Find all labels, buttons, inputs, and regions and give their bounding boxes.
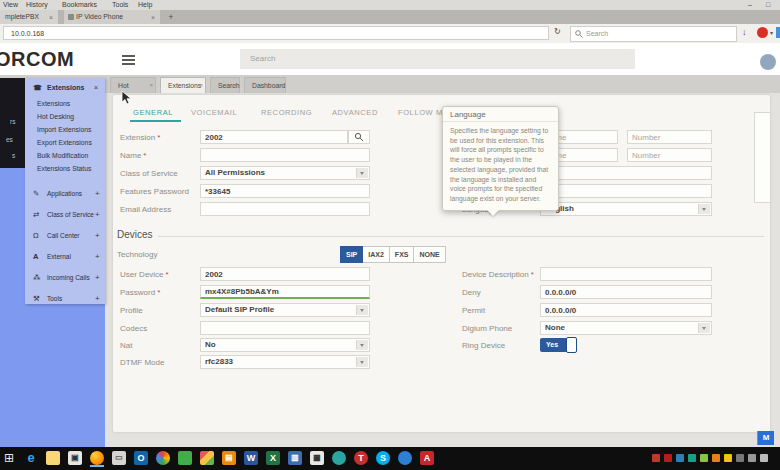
technology-iax2-button[interactable]: IAX2 xyxy=(363,246,390,263)
sidebar-section-extensions[interactable]: ☎ Extensions × xyxy=(25,80,105,96)
dtmf-mode-select[interactable]: rfc2833 xyxy=(200,355,370,369)
close-icon[interactable]: × xyxy=(199,77,203,93)
menu-bookmarks[interactable]: Bookmarks xyxy=(62,1,97,8)
sidebar-group-class-of-service[interactable]: ⇄ Class of Service + xyxy=(25,205,105,225)
excel-icon[interactable]: X xyxy=(266,451,280,465)
sidebar-item-export-extensions[interactable]: Export Extensions xyxy=(37,136,103,149)
orange-doc-icon[interactable]: ▤ xyxy=(222,451,236,465)
expand-icon[interactable]: + xyxy=(95,247,100,267)
file-explorer-icon[interactable] xyxy=(46,451,60,465)
form-tab-advanced[interactable]: ADVANCED xyxy=(332,108,378,117)
tray-icon[interactable] xyxy=(736,454,744,462)
expand-icon[interactable]: + xyxy=(95,289,100,309)
tray-icon[interactable] xyxy=(712,454,720,462)
expand-icon[interactable]: + xyxy=(95,184,100,204)
remote-desktop-icon[interactable]: ▭ xyxy=(112,451,126,465)
form-tab-general[interactable]: GENERAL xyxy=(133,108,173,117)
password-input[interactable] xyxy=(200,285,370,299)
browser-search-field[interactable]: Search xyxy=(570,26,737,42)
edge-icon[interactable]: e xyxy=(24,451,38,465)
deny-input[interactable] xyxy=(540,285,712,299)
close-icon[interactable]: × xyxy=(279,77,283,93)
sidebar-item-bulk-modification[interactable]: Bulk Modification xyxy=(37,149,103,162)
red-app-icon[interactable]: T xyxy=(354,451,368,465)
menu-view[interactable]: View xyxy=(3,1,18,8)
user-device-input[interactable] xyxy=(200,267,370,281)
extension-icon-partial[interactable] xyxy=(776,27,780,38)
store-icon[interactable]: ▣ xyxy=(68,451,82,465)
nat-select[interactable]: No xyxy=(200,338,370,352)
close-icon[interactable]: × xyxy=(149,77,153,93)
technology-none-button[interactable]: NONE xyxy=(414,246,445,263)
menu-help[interactable]: Help xyxy=(138,1,152,8)
firefox-icon[interactable] xyxy=(90,451,104,465)
form-tab-voicemail[interactable]: VOICEMAIL xyxy=(191,108,237,117)
emergency-cid-number-input[interactable] xyxy=(627,148,712,162)
acrobat-icon[interactable]: A xyxy=(420,451,434,465)
blue-app-icon[interactable]: ▥ xyxy=(288,451,302,465)
sidebar-group-incoming-calls[interactable]: ⁂ Incoming Calls + xyxy=(25,268,105,288)
email-address-input[interactable] xyxy=(200,202,370,216)
tray-speaker-icon[interactable] xyxy=(760,454,768,462)
chrome-icon[interactable] xyxy=(156,451,170,465)
name-input[interactable] xyxy=(200,148,370,162)
technology-fxs-button[interactable]: FXS xyxy=(390,246,415,263)
right-column-input-4[interactable] xyxy=(540,184,712,198)
adblock-icon[interactable] xyxy=(757,27,768,38)
sidebar-group-external[interactable]: A External + xyxy=(25,247,105,267)
right-column-input-3[interactable] xyxy=(540,166,712,180)
language-select[interactable]: English xyxy=(540,202,712,216)
window-maximize-button[interactable]: □ xyxy=(766,1,770,8)
sidebar-item-extensions[interactable]: Extensions xyxy=(37,97,103,110)
reload-icon[interactable]: ↻ xyxy=(554,27,561,36)
tab-search[interactable]: Search × xyxy=(210,77,240,93)
tray-icon[interactable] xyxy=(664,454,672,462)
tray-icon[interactable] xyxy=(652,454,660,462)
tray-icon[interactable] xyxy=(700,454,708,462)
outbound-cid-number-input[interactable] xyxy=(627,130,712,144)
outlook-icon[interactable]: O xyxy=(134,451,148,465)
expand-icon[interactable]: + xyxy=(95,205,100,225)
chevron-down-icon[interactable]: ▾ xyxy=(770,29,773,36)
notification-badge[interactable]: M xyxy=(757,431,774,445)
sidebar-group-tools[interactable]: ⚒ Tools + xyxy=(25,289,105,309)
downloads-icon[interactable]: ↓ xyxy=(742,27,747,37)
app-search-input[interactable]: Search xyxy=(240,49,635,69)
collapse-icon[interactable]: × xyxy=(94,80,98,96)
sidebar-item-extensions-status[interactable]: Extensions Status xyxy=(37,162,103,175)
url-bar[interactable]: 10.0.0.168 xyxy=(3,26,549,40)
tray-icon[interactable] xyxy=(676,454,684,462)
sidebar-item-hot-desking[interactable]: Hot Desking xyxy=(37,110,103,123)
user-avatar[interactable] xyxy=(760,54,776,70)
features-password-input[interactable] xyxy=(200,184,370,198)
skype-icon[interactable]: S xyxy=(376,451,390,465)
expand-icon[interactable]: + xyxy=(95,268,100,288)
window-minimize-button[interactable]: – xyxy=(748,1,752,8)
sidebar-group-applications[interactable]: ✎ Applications + xyxy=(25,184,105,204)
ring-device-toggle[interactable]: Yes xyxy=(540,338,576,352)
class-of-service-select[interactable]: All Permissions xyxy=(200,166,370,180)
menu-tools[interactable]: Tools xyxy=(112,1,128,8)
tray-icon[interactable] xyxy=(724,454,732,462)
tray-icon[interactable] xyxy=(688,454,696,462)
green-app-icon[interactable] xyxy=(178,451,192,465)
start-button-icon[interactable]: ⊞ xyxy=(2,451,16,465)
word-icon[interactable]: W xyxy=(244,451,258,465)
tab-extensions[interactable]: Extensions × xyxy=(160,77,206,93)
close-icon[interactable]: × xyxy=(233,77,237,93)
sidebar-group-call-center[interactable]: Ω Call Center + xyxy=(25,226,105,246)
new-tab-button[interactable]: + xyxy=(164,10,178,24)
teal-app-icon[interactable] xyxy=(332,451,346,465)
profile-select[interactable]: Default SIP Profile xyxy=(200,303,370,317)
browser-tab-ip-video-phone[interactable]: IP Video Phone × xyxy=(64,10,160,24)
tray-monitor-icon[interactable] xyxy=(748,454,756,462)
technology-sip-button[interactable]: SIP xyxy=(340,246,363,263)
extension-search-button[interactable] xyxy=(348,130,370,144)
tab-hot-desking[interactable]: Hot Desking × xyxy=(110,77,156,93)
menu-history[interactable]: History xyxy=(26,1,48,8)
close-icon[interactable]: × xyxy=(49,11,53,25)
permit-input[interactable] xyxy=(540,303,712,317)
globe-icon[interactable] xyxy=(398,451,412,465)
codecs-input[interactable] xyxy=(200,321,370,335)
form-tab-follow-me[interactable]: FOLLOW ME xyxy=(398,108,448,117)
